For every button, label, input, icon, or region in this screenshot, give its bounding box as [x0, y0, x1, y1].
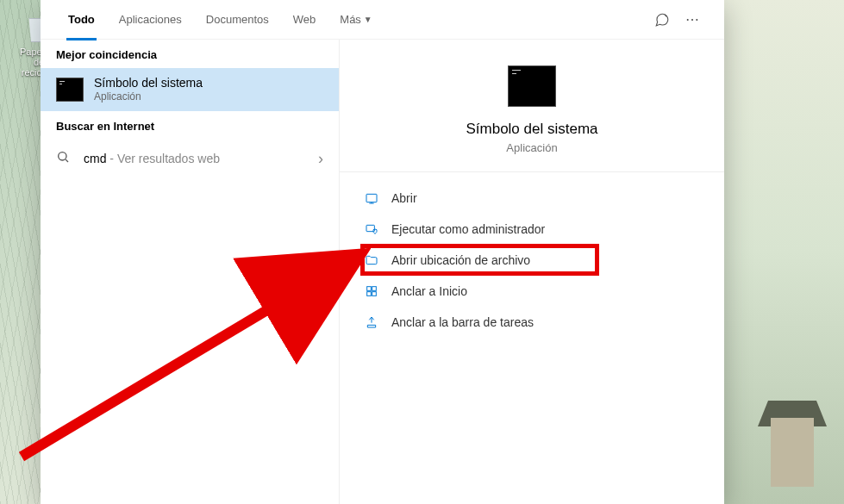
- action-open[interactable]: Abrir: [340, 183, 724, 214]
- tab-mas[interactable]: Más▼: [328, 0, 384, 40]
- svg-rect-1: [366, 194, 377, 202]
- web-suffix: - Ver resultados web: [106, 152, 220, 165]
- tab-todo[interactable]: Todo: [56, 0, 107, 40]
- action-label: Abrir: [391, 191, 417, 205]
- result-subtitle: Aplicación: [94, 90, 203, 104]
- action-run-as-admin[interactable]: Ejecutar como administrador: [340, 214, 724, 245]
- pin-start-icon: [364, 283, 379, 299]
- tab-label: Más: [340, 13, 361, 26]
- chevron-down-icon: ▼: [364, 15, 372, 24]
- folder-icon: [364, 252, 379, 268]
- svg-point-0: [59, 152, 66, 160]
- result-text: Símbolo del sistema Aplicación: [94, 75, 203, 104]
- tab-documentos[interactable]: Documentos: [194, 0, 281, 40]
- detail-actions: Abrir Ejecutar como administrador Abrir …: [340, 172, 724, 348]
- svg-rect-5: [367, 292, 372, 296]
- search-icon: [56, 150, 73, 167]
- wallpaper-pagoda: [749, 375, 835, 495]
- tab-web[interactable]: Web: [281, 0, 328, 40]
- search-panel-body: Mejor coincidencia Símbolo del sistema A…: [41, 40, 724, 504]
- best-match-result[interactable]: Símbolo del sistema Aplicación: [41, 68, 339, 111]
- open-icon: [364, 190, 379, 206]
- svg-rect-6: [372, 292, 377, 296]
- detail-title: Símbolo del sistema: [466, 121, 597, 138]
- more-options-icon[interactable]: ⋯: [678, 4, 709, 35]
- tab-label: Aplicaciones: [119, 13, 182, 26]
- action-pin-to-taskbar[interactable]: Anclar a la barra de tareas: [340, 307, 724, 338]
- tab-aplicaciones[interactable]: Aplicaciones: [107, 0, 194, 40]
- windows-search-panel: Todo Aplicaciones Documentos Web Más▼ ⋯ …: [41, 0, 724, 504]
- action-label: Anclar a la barra de tareas: [391, 315, 534, 329]
- detail-subtitle: Aplicación: [506, 141, 557, 154]
- svg-rect-4: [372, 287, 377, 291]
- detail-column: Símbolo del sistema Aplicación Abrir Eje…: [339, 40, 724, 504]
- results-column: Mejor coincidencia Símbolo del sistema A…: [41, 40, 339, 504]
- admin-shield-icon: [364, 221, 379, 237]
- action-label: Abrir ubicación de archivo: [391, 253, 530, 267]
- action-label: Ejecutar como administrador: [391, 222, 545, 236]
- feedback-icon[interactable]: [647, 4, 678, 35]
- action-open-file-location[interactable]: Abrir ubicación de archivo: [340, 245, 724, 276]
- detail-hero: Símbolo del sistema Aplicación: [340, 55, 724, 172]
- web-search-result[interactable]: cmd - Ver resultados web ›: [41, 140, 339, 178]
- tab-label: Documentos: [206, 13, 269, 26]
- pin-taskbar-icon: [364, 314, 379, 330]
- action-pin-to-start[interactable]: Anclar a Inicio: [340, 276, 724, 307]
- web-query: cmd: [84, 152, 106, 165]
- web-search-text: cmd - Ver resultados web: [84, 152, 220, 165]
- tab-label: Web: [293, 13, 316, 26]
- svg-rect-3: [367, 287, 372, 291]
- cmd-hero-icon: [508, 65, 556, 107]
- action-label: Anclar a Inicio: [391, 284, 467, 298]
- best-match-header: Mejor coincidencia: [41, 40, 339, 68]
- search-web-header: Buscar en Internet: [41, 111, 339, 140]
- cmd-app-icon: [56, 76, 84, 103]
- result-title: Símbolo del sistema: [94, 75, 203, 90]
- search-tabs-row: Todo Aplicaciones Documentos Web Más▼ ⋯: [41, 0, 724, 40]
- chevron-right-icon: ›: [318, 150, 323, 168]
- tab-label: Todo: [68, 13, 95, 26]
